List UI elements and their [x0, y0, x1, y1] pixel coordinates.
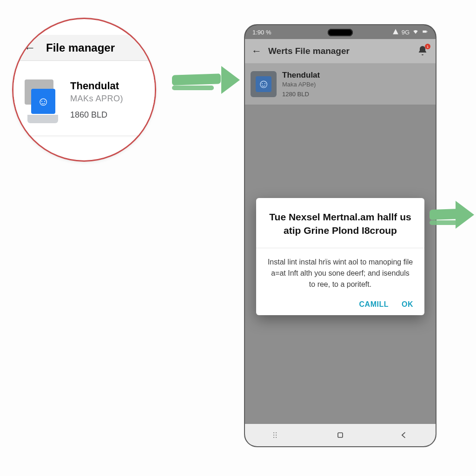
back-arrow-icon[interactable]: ←: [24, 40, 36, 55]
cancel-button[interactable]: CAMILL: [359, 300, 389, 309]
notification-button[interactable]: 1: [417, 45, 429, 57]
home-button[interactable]: [334, 429, 347, 442]
status-time: 1:90 %: [252, 29, 271, 36]
callout-circle: ← File manager ☺ Thendulat MAKs APRO) 18…: [12, 18, 156, 162]
app-size: 1860 BLD: [70, 110, 123, 120]
divider: [256, 248, 424, 248]
svg-rect-2: [338, 433, 343, 437]
back-button[interactable]: [397, 429, 410, 442]
app-subtitle: MAKs APRO): [70, 94, 123, 104]
file-app-icon: ☺: [22, 77, 64, 123]
back-arrow-icon[interactable]: ←: [251, 45, 262, 57]
svg-rect-1: [427, 31, 427, 32]
install-dialog: Tue Nexsel Mertnal.am hallf us atip Grin…: [256, 198, 424, 315]
topbar-title: Werts File manager: [268, 46, 350, 56]
status-signal-icon: [392, 28, 399, 36]
status-net-label: 9G: [402, 29, 410, 36]
status-wifi-icon: [412, 28, 419, 36]
arrow-right-icon: [172, 65, 242, 98]
callout-title: File manager: [46, 41, 115, 54]
app-name: Thendulat: [70, 80, 123, 92]
phone-body: ☺ Thendulat Maka APBe) 1280 BLD Tue Nexs…: [245, 63, 436, 424]
ok-button[interactable]: OK: [402, 300, 413, 309]
android-navbar: [245, 424, 436, 446]
dialog-body: Instal lint instal hrïs wint aol to mano…: [267, 257, 413, 290]
arrow-right-icon: [430, 200, 476, 232]
dialog-title: Tue Nexsel Mertnal.am hallf us atip Grin…: [267, 210, 413, 238]
svg-rect-0: [423, 30, 426, 33]
status-battery-icon: [422, 28, 428, 36]
notification-badge: 1: [425, 44, 430, 49]
camera-notch: [328, 29, 353, 36]
phone-frame: 1:90 % 9G ← Werts File manager 1 ☺: [244, 24, 436, 447]
recents-button[interactable]: [270, 429, 283, 442]
callout-app-row[interactable]: ☺ Thendulat MAKs APRO) 1860 BLD: [13, 61, 155, 135]
app-topbar: ← Werts File manager 1: [245, 39, 436, 63]
callout-header: ← File manager: [13, 35, 155, 61]
